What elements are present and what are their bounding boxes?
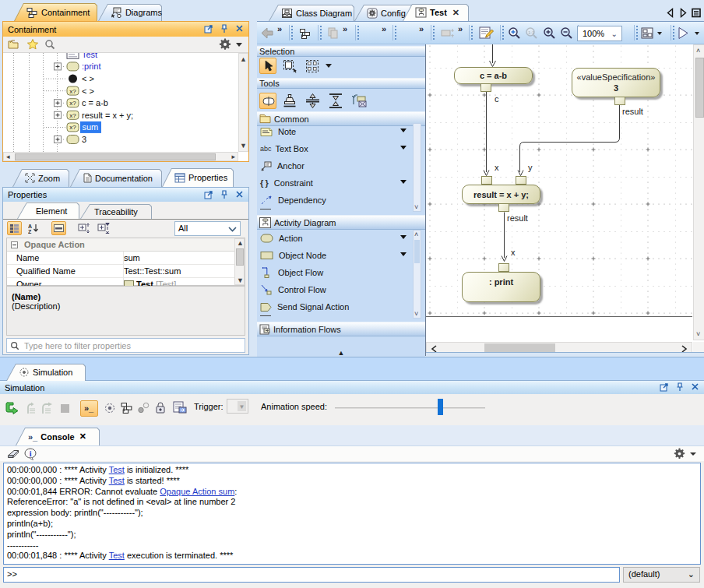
svg-text:A: A <box>28 224 32 229</box>
svg-text:sum: sum <box>83 122 99 132</box>
svg-text:x?: x? <box>69 112 76 119</box>
svg-text:3: 3 <box>82 135 86 144</box>
svg-text:c = a-b: c = a-b <box>82 98 108 107</box>
svg-text:i: i <box>30 449 32 458</box>
svg-text::print: :print <box>82 62 100 71</box>
svg-text:result = x + y;: result = x + y; <box>82 111 133 120</box>
svg-text:Test: Test <box>82 53 97 59</box>
svg-text:x?: x? <box>69 88 76 95</box>
svg-text:< >: < > <box>82 86 94 96</box>
svg-text:< >: < > <box>82 74 94 83</box>
svg-text:x?: x? <box>69 100 76 107</box>
svg-text:x?: x? <box>69 124 76 131</box>
svg-text:1:1: 1:1 <box>528 30 535 35</box>
svg-text:Z: Z <box>28 229 32 234</box>
